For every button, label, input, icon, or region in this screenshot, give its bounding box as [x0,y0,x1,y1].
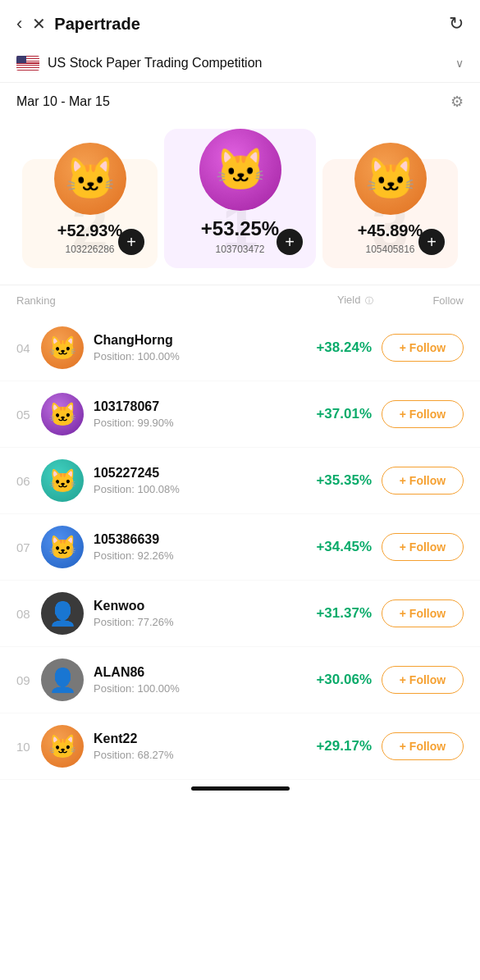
user-info: Kenwoo Position: 77.26% [94,599,298,628]
user-name: 105227245 [94,466,298,481]
date-range-row: Mar 10 - Mar 15 ⚙ [0,83,480,121]
date-range-text: Mar 10 - Mar 15 [16,94,110,109]
follow-button[interactable]: + Follow [382,732,464,760]
user-info: Kent22 Position: 68.27% [94,732,298,761]
rank-number: 09 [16,673,41,687]
rank-number: 07 [16,540,41,554]
rank-number: 08 [16,607,41,621]
avatar: 🐱 [41,725,84,768]
user-info: 105386639 Position: 92.26% [94,532,298,562]
avatar-circle-first: 🐱 [199,129,281,211]
rankings-list: 04 🐱 ChangHorng Position: 100.00% +38.24… [0,315,480,780]
competition-selector[interactable]: US Stock Paper Trading Competition ∨ [0,48,480,83]
table-row: 08 👤 Kenwoo Position: 77.26% +31.37% + F… [0,581,480,647]
competition-label: US Stock Paper Trading Competition [48,56,455,71]
avatar-second: 🐱 [54,143,126,215]
us-flag-icon [16,56,39,71]
second-yield: +52.93% [57,221,123,240]
follow-button[interactable]: + Follow [382,666,464,694]
col-yield: Yield ⓘ [291,294,373,307]
user-yield: +35.35% [298,472,372,489]
user-yield: +29.17% [298,738,372,754]
table-header: Ranking Yield ⓘ Follow [0,285,480,315]
avatar-circle-third: 🐱 [354,143,427,215]
user-position: Position: 100.00% [94,350,298,362]
third-yield: +45.89% [358,221,423,240]
table-row: 09 👤 ALAN86 Position: 100.00% +30.06% + … [0,647,480,713]
avatar: 🐱 [41,393,84,435]
user-yield: +38.24% [298,340,372,356]
rank-number: 10 [16,740,41,754]
second-user: 103226286 [65,244,114,255]
user-position: Position: 77.26% [94,616,298,628]
table-row: 05 🐱 103178067 Position: 99.90% +37.01% … [0,381,480,448]
first-follow-button[interactable]: + [277,229,303,255]
first-user: 103703472 [215,244,264,255]
podium-second: 2 🐱 +52.93% 103226286 + [22,159,158,268]
home-indicator [191,786,290,791]
follow-button[interactable]: + Follow [382,533,464,561]
filter-icon[interactable]: ⚙ [450,93,464,111]
user-info: 103178067 Position: 99.90% [94,399,298,429]
third-user: 105405816 [365,244,414,255]
user-position: Position: 68.27% [94,749,298,761]
user-info: ALAN86 Position: 100.00% [94,665,298,695]
user-info: ChangHorng Position: 100.00% [94,333,298,362]
avatar-first: 🐱 [199,129,281,211]
user-name: ALAN86 [94,665,298,680]
yield-info-icon: ⓘ [365,296,373,305]
refresh-button[interactable]: ↻ [449,13,464,34]
follow-button[interactable]: + Follow [382,467,464,495]
user-position: Position: 92.26% [94,549,298,562]
avatar: 👤 [41,659,84,701]
avatar: 🐱 [41,526,84,568]
follow-button[interactable]: + Follow [382,599,464,627]
user-yield: +37.01% [298,406,372,422]
user-position: Position: 100.08% [94,483,298,495]
second-follow-button[interactable]: + [118,229,144,255]
avatar-circle-second: 🐱 [54,143,126,215]
page-title: Papertrade [54,15,449,34]
table-row: 07 🐱 105386639 Position: 92.26% +34.45% … [0,514,480,581]
avatar: 🐱 [41,459,84,502]
user-yield: +31.37% [298,605,372,622]
table-row: 04 🐱 ChangHorng Position: 100.00% +38.24… [0,315,480,381]
user-position: Position: 99.90% [94,417,298,429]
avatar: 🐱 [41,326,84,369]
rank-number: 05 [16,408,41,422]
header: ‹ ✕ Papertrade ↻ [0,0,480,48]
user-name: 105386639 [94,532,298,547]
avatar: 👤 [41,592,84,635]
podium-third: 3 🐱 +45.89% 105405816 + [322,159,458,268]
table-row: 10 🐱 Kent22 Position: 68.27% +29.17% + F… [0,713,480,780]
podium: 2 🐱 +52.93% 103226286 + 1 🐱 +53.25% 1037… [0,121,480,285]
podium-first: 1 🐱 +53.25% 103703472 + [164,129,316,268]
avatar-third: 🐱 [354,143,427,215]
user-name: Kent22 [94,732,298,746]
user-yield: +30.06% [298,672,372,688]
user-name: 103178067 [94,399,298,414]
col-ranking: Ranking [16,294,57,307]
user-info: 105227245 Position: 100.08% [94,466,298,495]
back-button[interactable]: ‹ [16,13,22,34]
follow-button[interactable]: + Follow [382,334,464,362]
chevron-down-icon: ∨ [455,57,464,70]
user-yield: +34.45% [298,539,372,555]
rank-number: 06 [16,474,41,488]
user-name: ChangHorng [94,333,298,348]
rank-number: 04 [16,341,41,355]
user-position: Position: 100.00% [94,682,298,695]
third-follow-button[interactable]: + [418,229,445,255]
col-follow: Follow [373,294,464,307]
table-row: 06 🐱 105227245 Position: 100.08% +35.35%… [0,448,480,514]
first-yield: +53.25% [201,217,279,240]
close-button[interactable]: ✕ [32,14,46,34]
user-name: Kenwoo [94,599,298,613]
follow-button[interactable]: + Follow [382,400,464,428]
